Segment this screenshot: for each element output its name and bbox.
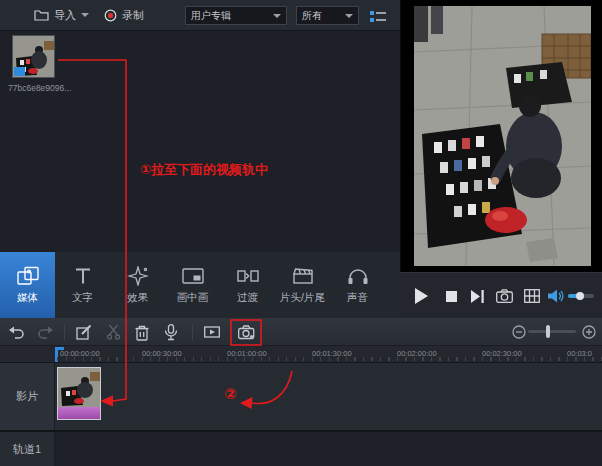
trash-icon — [134, 324, 150, 341]
edit-button[interactable] — [75, 323, 93, 341]
snapshot-icon — [496, 289, 513, 303]
headphones-icon — [347, 266, 369, 286]
media-icon — [17, 266, 39, 286]
timeline-clip[interactable] — [57, 367, 101, 420]
timeline-toolbar — [0, 318, 602, 346]
record-label: 录制 — [122, 8, 144, 23]
tab-effects[interactable]: 效果 — [110, 252, 165, 318]
volume-button[interactable] — [546, 273, 566, 319]
play-icon — [414, 288, 428, 304]
tab-intro-outro[interactable]: 片头/片尾 — [275, 252, 330, 318]
effects-icon — [127, 266, 149, 286]
track-label-1: 轨道1 — [0, 432, 55, 466]
tab-label: 媒体 — [17, 291, 38, 305]
track1-row: 轨道1 — [0, 432, 602, 466]
zoom-in-icon — [582, 325, 596, 339]
zoom-out-button[interactable] — [510, 323, 528, 341]
film-grid-icon — [524, 289, 540, 303]
tab-text[interactable]: 文字 — [55, 252, 110, 318]
undo-icon — [9, 324, 25, 340]
record-button[interactable]: 录制 — [104, 0, 144, 30]
media-library: 77bc6e8e9096... — [0, 31, 400, 252]
pip-icon — [182, 266, 204, 286]
media-toolbar: 导入 录制 用户专辑 所有 — [0, 0, 400, 31]
folder-icon — [34, 9, 49, 21]
clip-color-strip — [58, 407, 100, 419]
camera-settings-button[interactable] — [237, 323, 255, 341]
track1-lane[interactable] — [55, 432, 602, 466]
export-frame-button[interactable] — [203, 323, 221, 341]
library-item-thumbnail[interactable] — [12, 35, 55, 78]
tab-label: 片头/片尾 — [280, 291, 325, 305]
record-icon — [104, 9, 117, 22]
export-frame-icon — [204, 324, 220, 340]
tab-audio[interactable]: 声音 — [330, 252, 385, 318]
stop-button[interactable] — [440, 273, 462, 319]
video-type-badge-icon — [14, 67, 25, 76]
zoom-slider-handle[interactable] — [546, 325, 550, 338]
tab-label: 文字 — [72, 291, 93, 305]
video-track-lane[interactable] — [55, 363, 602, 430]
redo-button[interactable] — [36, 323, 54, 341]
filter-dropdown[interactable]: 所有 — [296, 6, 359, 25]
media-type-tabs: 媒体 文字 效果 画中画 过渡 片头/片尾 声音 — [0, 252, 400, 318]
text-icon — [72, 266, 94, 286]
scissors-icon — [106, 324, 122, 340]
stop-icon — [446, 291, 457, 302]
album-dropdown-value: 用户专辑 — [191, 9, 231, 23]
toolbar-separator — [64, 324, 65, 340]
snapshot-button[interactable] — [492, 273, 516, 319]
camera-settings-icon — [238, 324, 255, 340]
playback-bar — [400, 272, 602, 318]
tab-pip[interactable]: 画中画 — [165, 252, 220, 318]
video-frame — [414, 6, 591, 266]
tab-label: 画中画 — [177, 291, 209, 305]
scissors-button[interactable] — [105, 323, 123, 341]
filter-dropdown-value: 所有 — [302, 9, 322, 23]
tab-transition[interactable]: 过渡 — [220, 252, 275, 318]
film-grid-button[interactable] — [520, 273, 544, 319]
import-label: 导入 — [54, 8, 76, 23]
step-forward-icon — [471, 290, 484, 303]
delete-button[interactable] — [133, 323, 151, 341]
volume-icon — [548, 289, 564, 303]
ruler-ticks — [57, 357, 602, 361]
timeline-ruler[interactable]: 00:00:00:00 00:00:30:00 00:01:00:00 00:0… — [0, 346, 602, 363]
step-forward-button[interactable] — [466, 273, 488, 319]
transition-icon — [237, 266, 259, 286]
album-dropdown[interactable]: 用户专辑 — [185, 6, 287, 25]
preview-panel — [400, 0, 602, 272]
tab-label: 效果 — [127, 291, 148, 305]
video-track-row: 影片 — [0, 363, 602, 430]
track-label-video: 影片 — [0, 363, 55, 430]
edit-icon — [76, 324, 92, 340]
zoom-in-button[interactable] — [580, 323, 598, 341]
microphone-button[interactable] — [162, 323, 180, 341]
clip-thumbnail-image — [58, 368, 100, 407]
tab-label: 声音 — [347, 291, 368, 305]
zoom-slider[interactable] — [528, 330, 576, 333]
undo-button[interactable] — [8, 323, 26, 341]
play-button[interactable] — [408, 273, 434, 319]
video-editor-window: 导入 录制 用户专辑 所有 — [0, 0, 602, 466]
list-view-icon[interactable] — [370, 9, 386, 27]
chevron-down-icon — [273, 14, 281, 18]
microphone-icon — [163, 324, 179, 341]
tab-media[interactable]: 媒体 — [0, 252, 55, 318]
import-button[interactable]: 导入 — [34, 0, 89, 30]
clapperboard-icon — [292, 266, 314, 286]
toolbar-separator — [192, 324, 193, 340]
library-item-filename: 77bc6e8e9096... — [8, 83, 88, 93]
tab-label: 过渡 — [237, 291, 258, 305]
chevron-down-icon — [81, 13, 89, 17]
chevron-down-icon — [345, 14, 353, 18]
volume-slider-handle[interactable] — [576, 292, 584, 300]
redo-icon — [37, 324, 53, 340]
zoom-out-icon — [512, 325, 526, 339]
volume-slider[interactable] — [568, 294, 594, 298]
